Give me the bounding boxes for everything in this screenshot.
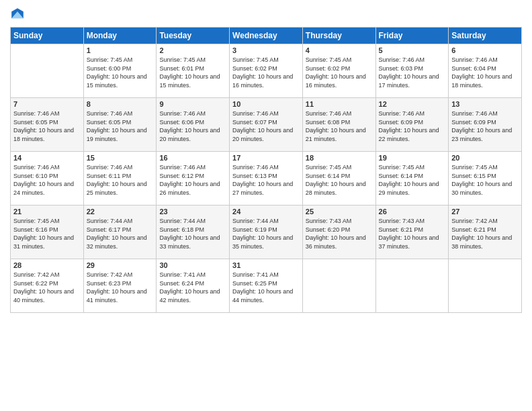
day-info: Sunrise: 7:44 AM Sunset: 6:17 PM Dayligh… bbox=[87, 217, 154, 250]
day-info: Sunrise: 7:44 AM Sunset: 6:18 PM Dayligh… bbox=[159, 217, 226, 250]
day-cell: 26Sunrise: 7:43 AM Sunset: 6:21 PM Dayli… bbox=[375, 205, 449, 259]
day-info: Sunrise: 7:44 AM Sunset: 6:19 PM Dayligh… bbox=[232, 217, 300, 250]
header-cell-tuesday: Tuesday bbox=[157, 28, 230, 44]
logo-icon bbox=[10, 7, 25, 21]
day-info: Sunrise: 7:46 AM Sunset: 6:11 PM Dayligh… bbox=[87, 163, 154, 197]
day-cell: 24Sunrise: 7:44 AM Sunset: 6:19 PM Dayli… bbox=[230, 205, 303, 259]
day-number: 8 bbox=[87, 100, 154, 108]
day-cell: 8Sunrise: 7:46 AM Sunset: 6:05 PM Daylig… bbox=[83, 98, 157, 152]
day-number: 20 bbox=[451, 154, 519, 162]
day-number: 9 bbox=[159, 100, 226, 108]
day-info: Sunrise: 7:42 AM Sunset: 6:21 PM Dayligh… bbox=[451, 217, 519, 250]
day-info: Sunrise: 7:43 AM Sunset: 6:21 PM Dayligh… bbox=[379, 217, 446, 250]
day-info: Sunrise: 7:46 AM Sunset: 6:12 PM Dayligh… bbox=[159, 163, 226, 197]
day-info: Sunrise: 7:43 AM Sunset: 6:20 PM Dayligh… bbox=[306, 217, 373, 250]
week-row-5: 28Sunrise: 7:42 AM Sunset: 6:22 PM Dayli… bbox=[11, 259, 522, 313]
day-cell: 1Sunrise: 7:45 AM Sunset: 6:00 PM Daylig… bbox=[83, 44, 157, 98]
day-cell: 3Sunrise: 7:45 AM Sunset: 6:02 PM Daylig… bbox=[230, 44, 303, 98]
day-info: Sunrise: 7:45 AM Sunset: 6:00 PM Dayligh… bbox=[87, 56, 154, 89]
day-number: 10 bbox=[232, 100, 300, 108]
day-cell: 31Sunrise: 7:41 AM Sunset: 6:25 PM Dayli… bbox=[230, 259, 303, 313]
header-cell-sunday: Sunday bbox=[11, 28, 84, 44]
day-number: 14 bbox=[13, 154, 81, 162]
day-info: Sunrise: 7:46 AM Sunset: 6:09 PM Dayligh… bbox=[451, 109, 519, 143]
calendar-table: SundayMondayTuesdayWednesdayThursdayFrid… bbox=[10, 27, 522, 313]
day-number: 29 bbox=[87, 261, 154, 269]
day-cell bbox=[449, 259, 522, 313]
day-cell bbox=[302, 259, 375, 313]
day-info: Sunrise: 7:45 AM Sunset: 6:14 PM Dayligh… bbox=[306, 163, 373, 197]
day-info: Sunrise: 7:46 AM Sunset: 6:05 PM Dayligh… bbox=[87, 109, 154, 143]
day-cell: 23Sunrise: 7:44 AM Sunset: 6:18 PM Dayli… bbox=[157, 205, 230, 259]
day-number: 6 bbox=[451, 46, 519, 54]
day-cell: 18Sunrise: 7:45 AM Sunset: 6:14 PM Dayli… bbox=[302, 152, 375, 205]
day-number: 2 bbox=[159, 46, 226, 54]
day-number: 22 bbox=[87, 208, 154, 216]
day-info: Sunrise: 7:46 AM Sunset: 6:13 PM Dayligh… bbox=[232, 163, 300, 197]
header-cell-saturday: Saturday bbox=[449, 28, 522, 44]
day-number: 21 bbox=[13, 208, 81, 216]
day-number: 1 bbox=[87, 46, 154, 54]
day-cell: 7Sunrise: 7:46 AM Sunset: 6:05 PM Daylig… bbox=[11, 98, 84, 152]
day-cell: 12Sunrise: 7:46 AM Sunset: 6:09 PM Dayli… bbox=[375, 98, 449, 152]
day-number: 7 bbox=[13, 100, 81, 108]
day-info: Sunrise: 7:42 AM Sunset: 6:23 PM Dayligh… bbox=[87, 271, 154, 304]
day-cell: 15Sunrise: 7:46 AM Sunset: 6:11 PM Dayli… bbox=[83, 152, 157, 205]
day-info: Sunrise: 7:46 AM Sunset: 6:05 PM Dayligh… bbox=[13, 109, 81, 143]
day-number: 16 bbox=[159, 154, 226, 162]
header-row: SundayMondayTuesdayWednesdayThursdayFrid… bbox=[11, 28, 522, 44]
header-cell-wednesday: Wednesday bbox=[230, 28, 303, 44]
day-cell: 6Sunrise: 7:46 AM Sunset: 6:04 PM Daylig… bbox=[449, 44, 522, 98]
day-cell: 2Sunrise: 7:45 AM Sunset: 6:01 PM Daylig… bbox=[157, 44, 230, 98]
day-number: 13 bbox=[451, 100, 519, 108]
day-info: Sunrise: 7:41 AM Sunset: 6:24 PM Dayligh… bbox=[159, 271, 226, 304]
day-number: 27 bbox=[451, 208, 519, 216]
day-cell: 25Sunrise: 7:43 AM Sunset: 6:20 PM Dayli… bbox=[302, 205, 375, 259]
week-row-4: 21Sunrise: 7:45 AM Sunset: 6:16 PM Dayli… bbox=[11, 205, 522, 259]
day-info: Sunrise: 7:46 AM Sunset: 6:09 PM Dayligh… bbox=[379, 109, 446, 143]
day-info: Sunrise: 7:45 AM Sunset: 6:16 PM Dayligh… bbox=[13, 217, 81, 250]
day-info: Sunrise: 7:46 AM Sunset: 6:03 PM Dayligh… bbox=[379, 56, 446, 89]
day-cell: 27Sunrise: 7:42 AM Sunset: 6:21 PM Dayli… bbox=[449, 205, 522, 259]
header-cell-thursday: Thursday bbox=[302, 28, 375, 44]
day-cell: 14Sunrise: 7:46 AM Sunset: 6:10 PM Dayli… bbox=[11, 152, 84, 205]
day-cell: 22Sunrise: 7:44 AM Sunset: 6:17 PM Dayli… bbox=[83, 205, 157, 259]
calendar-header: SundayMondayTuesdayWednesdayThursdayFrid… bbox=[11, 28, 522, 44]
day-cell: 17Sunrise: 7:46 AM Sunset: 6:13 PM Dayli… bbox=[230, 152, 303, 205]
day-number: 4 bbox=[306, 46, 373, 54]
day-number: 31 bbox=[232, 261, 300, 269]
day-number: 18 bbox=[306, 154, 373, 162]
day-cell: 16Sunrise: 7:46 AM Sunset: 6:12 PM Dayli… bbox=[157, 152, 230, 205]
day-info: Sunrise: 7:46 AM Sunset: 6:10 PM Dayligh… bbox=[13, 163, 81, 197]
day-number: 3 bbox=[232, 46, 300, 54]
day-info: Sunrise: 7:45 AM Sunset: 6:01 PM Dayligh… bbox=[159, 56, 226, 89]
day-info: Sunrise: 7:41 AM Sunset: 6:25 PM Dayligh… bbox=[232, 271, 300, 304]
page-container: SundayMondayTuesdayWednesdayThursdayFrid… bbox=[0, 0, 532, 411]
day-number: 15 bbox=[87, 154, 154, 162]
day-number: 17 bbox=[232, 154, 300, 162]
day-info: Sunrise: 7:45 AM Sunset: 6:15 PM Dayligh… bbox=[451, 163, 519, 197]
day-cell: 9Sunrise: 7:46 AM Sunset: 6:06 PM Daylig… bbox=[157, 98, 230, 152]
day-cell: 19Sunrise: 7:45 AM Sunset: 6:14 PM Dayli… bbox=[375, 152, 449, 205]
day-cell: 5Sunrise: 7:46 AM Sunset: 6:03 PM Daylig… bbox=[375, 44, 449, 98]
day-cell: 11Sunrise: 7:46 AM Sunset: 6:08 PM Dayli… bbox=[302, 98, 375, 152]
header-cell-friday: Friday bbox=[375, 28, 449, 44]
day-info: Sunrise: 7:45 AM Sunset: 6:02 PM Dayligh… bbox=[232, 56, 300, 89]
week-row-1: 1Sunrise: 7:45 AM Sunset: 6:00 PM Daylig… bbox=[11, 44, 522, 98]
day-cell: 4Sunrise: 7:45 AM Sunset: 6:02 PM Daylig… bbox=[302, 44, 375, 98]
week-row-2: 7Sunrise: 7:46 AM Sunset: 6:05 PM Daylig… bbox=[11, 98, 522, 152]
day-cell: 28Sunrise: 7:42 AM Sunset: 6:22 PM Dayli… bbox=[11, 259, 84, 313]
day-number: 19 bbox=[379, 154, 446, 162]
day-number: 12 bbox=[379, 100, 446, 108]
header-cell-monday: Monday bbox=[83, 28, 157, 44]
day-cell: 21Sunrise: 7:45 AM Sunset: 6:16 PM Dayli… bbox=[11, 205, 84, 259]
day-cell bbox=[11, 44, 84, 98]
day-cell: 13Sunrise: 7:46 AM Sunset: 6:09 PM Dayli… bbox=[449, 98, 522, 152]
logo bbox=[10, 7, 28, 21]
calendar-body: 1Sunrise: 7:45 AM Sunset: 6:00 PM Daylig… bbox=[11, 44, 522, 313]
day-info: Sunrise: 7:45 AM Sunset: 6:02 PM Dayligh… bbox=[306, 56, 373, 89]
day-cell: 30Sunrise: 7:41 AM Sunset: 6:24 PM Dayli… bbox=[157, 259, 230, 313]
day-number: 26 bbox=[379, 208, 446, 216]
day-info: Sunrise: 7:45 AM Sunset: 6:14 PM Dayligh… bbox=[379, 163, 446, 197]
day-info: Sunrise: 7:46 AM Sunset: 6:08 PM Dayligh… bbox=[306, 109, 373, 143]
